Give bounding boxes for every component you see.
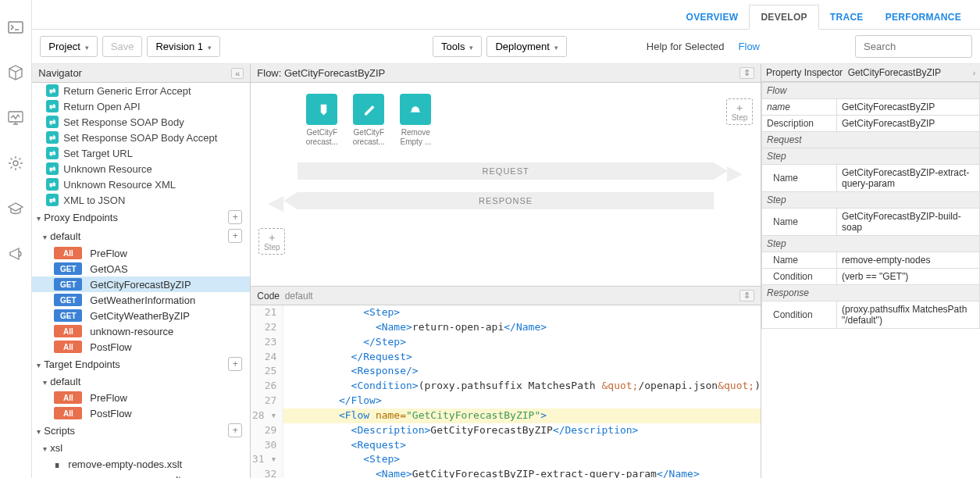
policy-item[interactable]: ⇄Set Response SOAP Body bbox=[32, 114, 250, 130]
flow-step[interactable]: GetCityForecast... bbox=[349, 94, 388, 147]
save-button[interactable]: Save bbox=[102, 36, 143, 57]
policy-icon: ⇄ bbox=[46, 162, 59, 175]
code-line[interactable]: 22 <Name>return-open-api</Name> bbox=[251, 320, 761, 335]
script-item[interactable]: ∎remove-empty-nodes.xslt bbox=[32, 456, 250, 472]
policy-item[interactable]: ⇄Return Generic Error Accept bbox=[32, 83, 250, 98]
code-header: Code default ⇕ bbox=[251, 286, 761, 305]
code-line[interactable]: 25 <Response/> bbox=[251, 364, 761, 379]
method-badge: GET bbox=[54, 294, 82, 306]
toolbar: Project Save Revision 1 Tools Deployment… bbox=[32, 30, 980, 64]
target-default-group[interactable]: default bbox=[32, 373, 250, 390]
add-flow-button[interactable]: + bbox=[228, 229, 242, 243]
policy-item[interactable]: ⇄XML to JSON bbox=[32, 192, 250, 208]
script-item[interactable]: ∎remove-namespaces.xslt bbox=[32, 472, 250, 478]
collapse-flow-icon[interactable]: ⇕ bbox=[739, 67, 754, 79]
flow-item[interactable]: GETGetCityWeatherByZIP bbox=[32, 308, 250, 323]
tab-develop[interactable]: DEVELOP bbox=[749, 5, 818, 30]
code-line[interactable]: 24 </Request> bbox=[251, 350, 761, 365]
policy-item[interactable]: ⇄Return Open API bbox=[32, 98, 250, 114]
code-line[interactable]: 21 <Step> bbox=[251, 305, 761, 320]
target-endpoints-group[interactable]: Target Endpoints+ bbox=[32, 355, 250, 373]
flow-step[interactable]: RemoveEmpty ... bbox=[396, 94, 435, 147]
terminal-icon[interactable] bbox=[7, 19, 24, 36]
code-line[interactable]: 23 </Step> bbox=[251, 335, 761, 350]
collapse-code-icon[interactable]: ⇕ bbox=[739, 290, 754, 301]
xsl-folder[interactable]: xsl bbox=[32, 440, 250, 456]
method-badge: All bbox=[54, 341, 82, 353]
revision-dropdown[interactable]: Revision 1 bbox=[147, 36, 220, 57]
policy-item[interactable]: ⇄Set Target URL bbox=[32, 145, 250, 161]
code-line[interactable]: 32 <Name>GetCityForecastByZIP-extract-qu… bbox=[251, 467, 761, 478]
add-script-button[interactable]: + bbox=[228, 423, 242, 437]
add-target-endpoint-button[interactable]: + bbox=[228, 357, 242, 371]
deployment-dropdown[interactable]: Deployment bbox=[486, 36, 566, 57]
project-dropdown[interactable]: Project bbox=[40, 36, 97, 57]
graduate-icon[interactable] bbox=[7, 200, 24, 217]
proxy-endpoints-group[interactable]: Proxy Endpoints+ bbox=[32, 208, 250, 227]
collapse-nav-icon[interactable]: « bbox=[231, 68, 244, 79]
code-line[interactable]: 27 </Flow> bbox=[251, 394, 761, 408]
package-icon[interactable] bbox=[7, 64, 24, 81]
policy-icon: ⇄ bbox=[46, 194, 59, 206]
code-line[interactable]: 26 <Condition>(proxy.pathsuffix MatchesP… bbox=[251, 379, 761, 394]
inspector-row: nameGetCityForecastByZIP bbox=[762, 99, 980, 116]
method-badge: GET bbox=[54, 278, 82, 291]
policy-icon: ⇄ bbox=[46, 131, 59, 144]
property-inspector: Property Inspector GetCityForecastByZIP … bbox=[761, 64, 980, 478]
add-proxy-endpoint-button[interactable]: + bbox=[228, 210, 242, 224]
flow-help-link[interactable]: Flow bbox=[739, 41, 760, 52]
flow-item[interactable]: AllPreFlow bbox=[32, 390, 250, 405]
code-line[interactable]: 29 <Description>GetCityForecastByZIP</De… bbox=[251, 423, 761, 438]
add-step-request[interactable]: +Step bbox=[726, 98, 753, 125]
tools-dropdown[interactable]: Tools bbox=[433, 36, 482, 57]
policy-icon: ⇄ bbox=[46, 84, 59, 97]
flow-item[interactable]: AllPostFlow bbox=[32, 405, 250, 421]
flow-item[interactable]: GETGetCityForecastByZIP bbox=[32, 276, 250, 292]
method-badge: All bbox=[54, 247, 82, 259]
policy-item[interactable]: ⇄Unknown Resource bbox=[32, 161, 250, 177]
method-badge: GET bbox=[54, 262, 82, 275]
code-line[interactable]: 31 ▾ <Step> bbox=[251, 452, 761, 467]
inspector-section: Step bbox=[762, 236, 980, 252]
flow-item[interactable]: GETGetOAS bbox=[32, 261, 250, 276]
help-label: Help for Selected bbox=[647, 41, 725, 52]
tab-overview[interactable]: OVERVIEW bbox=[675, 5, 750, 29]
method-badge: All bbox=[54, 391, 82, 404]
policy-item[interactable]: ⇄Unknown Resource XML bbox=[32, 177, 250, 192]
inspector-section: Step bbox=[762, 192, 980, 209]
inspector-section: Response bbox=[762, 285, 980, 301]
proxy-default-group[interactable]: default+ bbox=[32, 227, 250, 245]
response-bar: RESPONSE◀ bbox=[298, 192, 714, 209]
monitor-icon[interactable] bbox=[7, 109, 24, 127]
flow-item[interactable]: AllPostFlow bbox=[32, 339, 250, 355]
flow-item[interactable]: Allunknown-resource bbox=[32, 323, 250, 339]
svg-rect-1 bbox=[9, 112, 23, 122]
policy-icon: ⇄ bbox=[46, 178, 59, 191]
scripts-group[interactable]: Scripts+ bbox=[32, 421, 250, 440]
gear-icon[interactable] bbox=[7, 155, 24, 172]
navigator-header: Navigator « bbox=[32, 64, 250, 83]
add-step-response[interactable]: +Step bbox=[258, 228, 285, 255]
inspector-section: Request bbox=[762, 132, 980, 148]
policy-item[interactable]: ⇄Set Response SOAP Body Accept bbox=[32, 130, 250, 145]
file-icon: ∎ bbox=[54, 474, 60, 479]
inspector-row: DescriptionGetCityForecastByZIP bbox=[762, 116, 980, 132]
search-input[interactable] bbox=[855, 35, 972, 58]
flow-item[interactable]: GETGetWeatherInformation bbox=[32, 292, 250, 308]
inspector-caret-icon[interactable]: › bbox=[973, 69, 975, 77]
tab-trace[interactable]: TRACE bbox=[819, 5, 875, 29]
flow-step[interactable]: GetCityForecast... bbox=[302, 94, 341, 147]
code-line[interactable]: 30 <Request> bbox=[251, 438, 761, 453]
flow-canvas: GetCityForecast...GetCityForecast...Remo… bbox=[251, 83, 761, 286]
inspector-row: NameGetCityForecastByZIP-extract-query-p… bbox=[762, 165, 980, 192]
file-icon: ∎ bbox=[54, 458, 60, 470]
code-line[interactable]: 28 ▾ <Flow name="GetCityForecastByZIP"> bbox=[251, 408, 761, 423]
svg-point-2 bbox=[13, 161, 18, 166]
megaphone-icon[interactable] bbox=[7, 245, 24, 262]
tab-performance[interactable]: PERFORMANCE bbox=[875, 5, 972, 29]
navigator-panel: Navigator « ⇄Return Generic Error Accept… bbox=[32, 64, 251, 478]
inspector-row: Nameremove-empty-nodes bbox=[762, 252, 980, 269]
flow-item[interactable]: AllPreFlow bbox=[32, 245, 250, 261]
code-editor[interactable]: 21 <Step>22 <Name>return-open-api</Name>… bbox=[251, 305, 761, 478]
inspector-row: Condition(proxy.pathsuffix MatchesPath "… bbox=[762, 301, 980, 329]
